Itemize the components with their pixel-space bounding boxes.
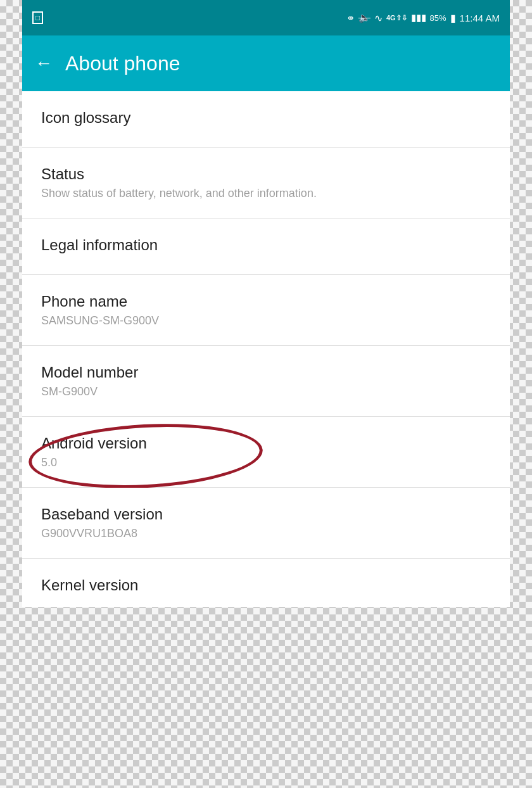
lte-icon: 4G⇧⇩	[386, 14, 407, 22]
app-bar: ← About phone	[22, 35, 510, 91]
mute-icon: 🔈	[358, 12, 370, 23]
battery-level: 85%	[430, 13, 446, 23]
phone-container: □ ⚭ 🔈 ∿ 4G⇧⇩ ▮▮▮ 85% ▮ 11:44 AM ← About …	[22, 0, 510, 607]
model-number-title: Model number	[41, 364, 491, 381]
status-subtitle: Show status of battery, network, and oth…	[41, 187, 491, 200]
status-time: 11:44 AM	[460, 13, 500, 23]
settings-item-icon-glossary[interactable]: Icon glossary	[22, 91, 510, 148]
screenshot-icon: □	[32, 11, 43, 24]
baseband-version-value: G900VVRU1BOA8	[41, 527, 491, 540]
icon-glossary-title: Icon glossary	[41, 109, 491, 127]
status-bar-right: ⚭ 🔈 ∿ 4G⇧⇩ ▮▮▮ 85% ▮ 11:44 AM	[346, 12, 500, 24]
back-button[interactable]: ←	[35, 54, 53, 72]
android-version-value: 5.0	[41, 456, 491, 469]
settings-item-model-number[interactable]: Model number SM-G900V	[22, 346, 510, 417]
wifi-icon: ∿	[374, 12, 383, 24]
phone-name-title: Phone name	[41, 293, 491, 310]
battery-icon: ▮	[450, 12, 456, 24]
phone-name-value: SAMSUNG-SM-G900V	[41, 314, 491, 327]
bluetooth-icon: ⚭	[346, 12, 355, 24]
settings-item-legal[interactable]: Legal information	[22, 219, 510, 275]
baseband-version-title: Baseband version	[41, 505, 491, 523]
status-bar-left: □	[32, 11, 43, 24]
status-title: Status	[41, 165, 491, 183]
legal-title: Legal information	[41, 236, 491, 254]
page-title: About phone	[65, 52, 180, 75]
model-number-value: SM-G900V	[41, 385, 491, 398]
settings-item-status[interactable]: Status Show status of battery, network, …	[22, 148, 510, 219]
kernel-version-title: Kernel version	[41, 576, 491, 594]
settings-item-baseband-version[interactable]: Baseband version G900VVRU1BOA8	[22, 488, 510, 559]
settings-list: Icon glossary Status Show status of batt…	[22, 91, 510, 607]
settings-item-android-version[interactable]: Android version 5.0	[22, 417, 510, 488]
signal-icon: ▮▮▮	[411, 12, 426, 23]
status-bar: □ ⚭ 🔈 ∿ 4G⇧⇩ ▮▮▮ 85% ▮ 11:44 AM	[22, 0, 510, 35]
settings-item-phone-name[interactable]: Phone name SAMSUNG-SM-G900V	[22, 275, 510, 346]
android-version-title: Android version	[41, 435, 491, 452]
settings-item-kernel-version[interactable]: Kernel version	[22, 559, 510, 607]
